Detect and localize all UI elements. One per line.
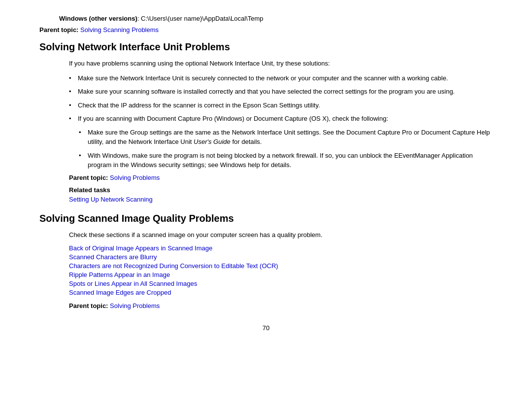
sub-bullet-text-2: With Windows, make sure the program is n… [88, 151, 493, 170]
sub-bullet-item-1: • Make sure the Group settings are the s… [79, 128, 493, 147]
sub-bullet-text-1-before: Make sure the Group settings are the sam… [88, 129, 490, 146]
link-characters-not-recognized[interactable]: Characters are not Recognized During Con… [69, 262, 493, 270]
windows-bullet: Windows (other versions): C:\Users\(user… [59, 15, 493, 22]
sub-bullet-list: • Make sure the Group settings are the s… [79, 128, 493, 170]
section1-intro: If you have problems scanning using the … [69, 59, 493, 68]
parent-topic-2-link[interactable]: Solving Problems [110, 174, 160, 181]
windows-versions-text: : C:\Users\(user name)\AppData\Local\Tem… [137, 15, 264, 22]
bullet-text-4: If you are scanning with Document Captur… [78, 114, 493, 124]
sub-bullet-item-2: • With Windows, make sure the program is… [79, 151, 493, 170]
section1: Solving Network Interface Unit Problems … [39, 41, 493, 203]
section1-bullet-list: • Make sure the Network Interface Unit i… [69, 73, 493, 170]
sub-bullet-text-1-italic: User's Guide [194, 138, 231, 145]
bullet-dot-2: • [69, 87, 78, 97]
parent-topic-3: Parent topic: Solving Problems [69, 302, 160, 309]
section2-intro: Check these sections if a scanned image … [69, 230, 493, 240]
parent-topic-1: Parent topic: Solving Scanning Problems [39, 26, 493, 34]
parent-topic-2-label: Parent topic: [69, 174, 108, 181]
link-scanned-characters-blurry[interactable]: Scanned Characters are Blurry [69, 253, 493, 261]
bullet-dot-3: • [69, 101, 78, 110]
section1-heading: Solving Network Interface Unit Problems [39, 41, 493, 53]
link-edges-cropped[interactable]: Scanned Image Edges are Cropped [69, 289, 493, 296]
bullet-item-2: • Make sure your scanning software is in… [69, 87, 493, 97]
bullet-dot-4: • [69, 114, 78, 124]
link-ripple-patterns[interactable]: Ripple Patterns Appear in an Image [69, 271, 493, 278]
parent-topic-2: Parent topic: Solving Problems [69, 174, 160, 181]
bullet-text-2: Make sure your scanning software is inst… [78, 87, 493, 97]
parent-topic-1-label: Parent topic: [39, 26, 78, 34]
related-tasks-label: Related tasks [69, 186, 493, 194]
sub-bullet-dot-2: • [79, 151, 88, 161]
sub-bullet-text-1: Make sure the Group settings are the sam… [88, 128, 493, 147]
bullet-item-3: • Check that the IP address for the scan… [69, 101, 493, 110]
sub-bullet-dot-1: • [79, 128, 88, 137]
section2-links: Back of Original Image Appears in Scanne… [69, 244, 493, 296]
link-back-original[interactable]: Back of Original Image Appears in Scanne… [69, 244, 493, 252]
section2-heading: Solving Scanned Image Quality Problems [39, 213, 493, 224]
bullet-text-3: Check that the IP address for the scanne… [78, 101, 493, 110]
parent-topic-1-link[interactable]: Solving Scanning Problems [80, 26, 159, 34]
bullet-dot-1: • [69, 73, 78, 83]
related-tasks-section: Related tasks Setting Up Network Scannin… [69, 186, 493, 203]
bullet-item-1: • Make sure the Network Interface Unit i… [69, 73, 493, 83]
parent-topic-3-label: Parent topic: [69, 302, 108, 309]
link-spots-or-lines[interactable]: Spots or Lines Appear in All Scanned Ima… [69, 280, 493, 287]
parent-topic-2-area: Parent topic: Solving Problems [69, 174, 493, 181]
bullet-text-1: Make sure the Network Interface Unit is … [78, 73, 493, 83]
section2: Solving Scanned Image Quality Problems C… [39, 213, 493, 310]
sub-bullet-text-1-after: for details. [231, 138, 262, 145]
parent-topic-3-area: Parent topic: Solving Problems [69, 302, 493, 309]
page-number: 70 [39, 324, 493, 332]
setting-up-network-scanning-link[interactable]: Setting Up Network Scanning [69, 196, 493, 203]
bullet-item-4: • If you are scanning with Document Capt… [69, 114, 493, 124]
parent-topic-3-link[interactable]: Solving Problems [110, 302, 160, 309]
windows-versions-label: Windows (other versions) [59, 15, 137, 22]
